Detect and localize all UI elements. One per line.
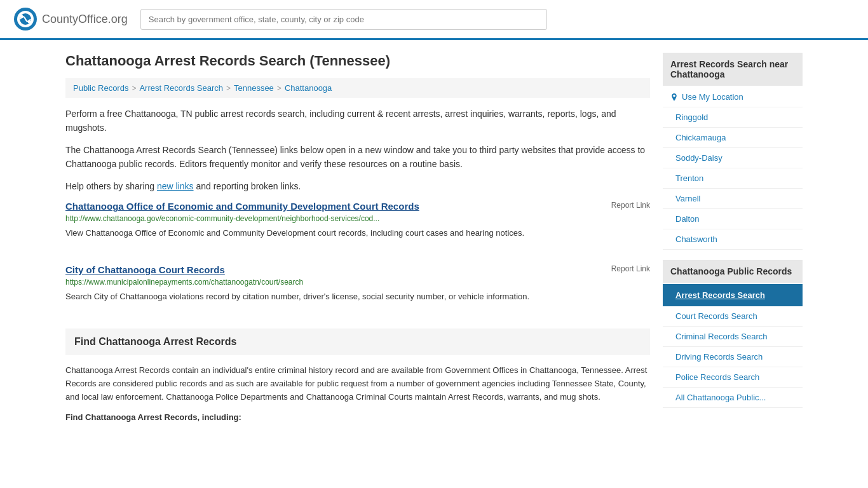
description-para-2: The Chattanooga Arrest Records Search (T… xyxy=(65,143,650,172)
resource-desc-2: Search City of Chattanooga violations re… xyxy=(65,290,650,303)
page-title: Chattanooga Arrest Records Search (Tenne… xyxy=(65,53,650,69)
resource-url-2: https://www.municipalonlinepayments.com/… xyxy=(65,278,650,287)
logo-brand: CountyOffice xyxy=(42,13,108,25)
breadcrumb-link-tennessee[interactable]: Tennessee xyxy=(234,83,274,93)
sidebar-link-chatsworth[interactable]: Chatsworth xyxy=(663,229,803,250)
find-records-para-1: Chattanooga Arrest Records contain an in… xyxy=(65,364,650,403)
svg-point-4 xyxy=(28,20,31,24)
breadcrumb-link-arrest-records[interactable]: Arrest Records Search xyxy=(139,83,223,93)
use-location-label: Use My Location xyxy=(682,92,743,102)
sidebar-use-location[interactable]: Use My Location xyxy=(663,87,803,107)
sidebar: Arrest Records Search near Chattanooga U… xyxy=(663,53,803,431)
sidebar-link-criminal-records[interactable]: Criminal Records Search xyxy=(663,327,803,347)
find-records-para-2: Find Chattanooga Arrest Records, includi… xyxy=(65,412,650,422)
report-link-2[interactable]: Report Link xyxy=(611,264,650,273)
find-records-header: Find Chattanooga Arrest Records xyxy=(65,329,650,355)
sidebar-link-all-public[interactable]: All Chattanooga Public... xyxy=(663,388,803,408)
resource-title-row-1: Chattanooga Office of Economic and Commu… xyxy=(65,201,650,212)
sidebar-link-trenton[interactable]: Trenton xyxy=(663,168,803,189)
resource-url-1: http://www.chattanooga.gov/economic-comm… xyxy=(65,214,650,223)
resource-desc-1: View Chattanooga Office of Economic and … xyxy=(65,227,650,240)
resource-link-2[interactable]: City of Chattanooga Court Records xyxy=(65,264,225,275)
sidebar-link-court-records[interactable]: Court Records Search xyxy=(663,306,803,327)
sidebar-link-varnell[interactable]: Varnell xyxy=(663,189,803,209)
desc-para-3-post: and reporting broken links. xyxy=(194,181,301,191)
report-link-1[interactable]: Report Link xyxy=(611,201,650,210)
resource-title-row-2: City of Chattanooga Court Records Report… xyxy=(65,264,650,275)
sidebar-link-chickamauga[interactable]: Chickamauga xyxy=(663,128,803,148)
sidebar-link-driving-records[interactable]: Driving Records Search xyxy=(663,347,803,367)
breadcrumb-sep-3: > xyxy=(277,84,281,93)
breadcrumb-link-public-records[interactable]: Public Records xyxy=(73,83,128,93)
breadcrumb-link-chattanooga[interactable]: Chattanooga xyxy=(285,83,332,93)
sidebar-link-police-records[interactable]: Police Records Search xyxy=(663,367,803,388)
sidebar-nearby-section: Arrest Records Search near Chattanooga U… xyxy=(663,53,803,250)
sidebar-link-ringgold[interactable]: Ringgold xyxy=(663,107,803,128)
logo-ext: .org xyxy=(108,13,128,25)
logo-text: CountyOffice.org xyxy=(42,13,128,26)
sidebar-link-arrest-records-active[interactable]: Arrest Records Search xyxy=(663,284,803,306)
new-links-link[interactable]: new links xyxy=(157,181,194,191)
svg-point-3 xyxy=(20,15,24,18)
main-container: Chattanooga Arrest Records Search (Tenne… xyxy=(53,40,815,444)
description-para-3: Help others by sharing new links and rep… xyxy=(65,179,650,193)
sidebar-link-soddy-daisy[interactable]: Soddy-Daisy xyxy=(663,148,803,168)
site-logo[interactable]: CountyOffice.org xyxy=(13,6,128,32)
desc-para-3-pre: Help others by sharing xyxy=(65,181,157,191)
logo-icon xyxy=(13,6,38,32)
search-input[interactable] xyxy=(140,9,547,30)
breadcrumb-sep-1: > xyxy=(132,84,136,93)
sidebar-public-records-section: Chattanooga Public Records Arrest Record… xyxy=(663,260,803,408)
site-header: CountyOffice.org xyxy=(0,0,868,40)
sidebar-link-dalton[interactable]: Dalton xyxy=(663,209,803,229)
breadcrumb: Public Records > Arrest Records Search >… xyxy=(65,78,650,98)
resource-item-1: Chattanooga Office of Economic and Commu… xyxy=(65,201,650,250)
resource-link-1[interactable]: Chattanooga Office of Economic and Commu… xyxy=(65,201,419,212)
description-para-1: Perform a free Chattanooga, TN public ar… xyxy=(65,107,650,135)
breadcrumb-sep-2: > xyxy=(226,84,231,93)
search-bar xyxy=(140,9,547,30)
sidebar-public-records-header: Chattanooga Public Records xyxy=(663,260,803,283)
sidebar-nearby-header: Arrest Records Search near Chattanooga xyxy=(663,53,803,86)
content-area: Chattanooga Arrest Records Search (Tenne… xyxy=(65,53,650,431)
resource-item-2: City of Chattanooga Court Records Report… xyxy=(65,264,650,313)
location-pin-icon xyxy=(670,93,678,101)
